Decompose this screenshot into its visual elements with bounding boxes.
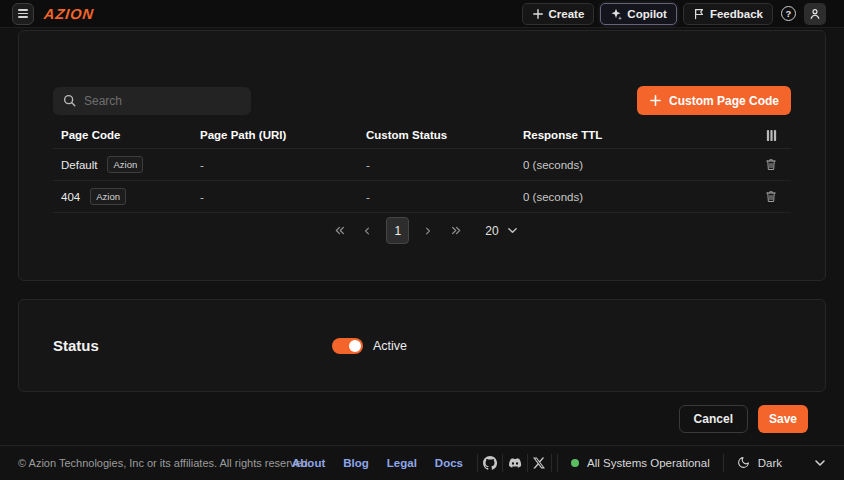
plus-icon bbox=[532, 8, 544, 20]
top-header: AZION Create Copilot Feedback ? bbox=[0, 0, 844, 28]
rows-per-page-select[interactable]: 20 bbox=[485, 224, 517, 238]
discord-link[interactable] bbox=[502, 454, 527, 472]
column-header-custom-status: Custom Status bbox=[358, 129, 515, 141]
footer-center: About Blog Legal Docs bbox=[292, 446, 552, 479]
main-content: Custom Page Code Page Code Page Path (UR… bbox=[0, 28, 844, 445]
feedback-button-label: Feedback bbox=[710, 8, 763, 20]
columns-icon bbox=[765, 129, 778, 142]
first-page-button[interactable] bbox=[326, 218, 352, 244]
azion-badge: Azion bbox=[107, 156, 143, 173]
custom-page-code-button-label: Custom Page Code bbox=[669, 94, 779, 108]
prev-page-button[interactable] bbox=[354, 218, 380, 244]
pagination: 1 20 bbox=[53, 213, 791, 248]
user-icon bbox=[808, 7, 822, 21]
column-header-response-ttl: Response TTL bbox=[515, 129, 751, 141]
double-chevron-left-icon bbox=[334, 225, 345, 236]
system-status-text: All Systems Operational bbox=[587, 457, 710, 469]
chevron-down-icon bbox=[507, 225, 518, 236]
feedback-button[interactable]: Feedback bbox=[683, 3, 773, 25]
trash-icon bbox=[765, 190, 777, 203]
column-header-page-code: Page Code bbox=[53, 129, 192, 141]
x-icon bbox=[533, 457, 545, 469]
copilot-button-label: Copilot bbox=[627, 8, 667, 20]
trash-icon bbox=[765, 158, 777, 171]
copyright-text: © Azion Technologies, Inc or its affilia… bbox=[18, 457, 311, 469]
current-page-button[interactable]: 1 bbox=[386, 217, 409, 244]
page-path-cell: - bbox=[192, 159, 358, 171]
table-toolbar: Custom Page Code bbox=[53, 86, 791, 115]
last-page-button[interactable] bbox=[443, 218, 469, 244]
help-icon: ? bbox=[781, 6, 796, 21]
double-chevron-right-icon bbox=[451, 225, 462, 236]
status-toggle[interactable] bbox=[332, 338, 363, 354]
page-code-cell: Default Azion bbox=[53, 156, 192, 173]
system-status-link[interactable]: All Systems Operational bbox=[557, 454, 724, 472]
next-page-button[interactable] bbox=[415, 218, 441, 244]
theme-select[interactable]: Dark bbox=[724, 454, 826, 472]
rows-per-page-value: 20 bbox=[485, 224, 498, 238]
status-dot bbox=[571, 459, 579, 467]
search-icon bbox=[63, 94, 76, 107]
status-panel: Status Active bbox=[18, 299, 826, 392]
chevron-down-icon bbox=[814, 457, 826, 469]
search-box bbox=[53, 87, 251, 115]
hamburger-menu-button[interactable] bbox=[12, 3, 34, 25]
response-ttl-cell: 0 (seconds) bbox=[515, 191, 751, 203]
table-row[interactable]: Default Azion - - 0 (seconds) bbox=[53, 149, 791, 181]
azion-logo: AZION bbox=[43, 6, 95, 22]
custom-page-code-button[interactable]: Custom Page Code bbox=[637, 86, 791, 115]
page-path-cell: - bbox=[192, 191, 358, 203]
azion-badge: Azion bbox=[90, 188, 126, 205]
theme-select-value: Dark bbox=[758, 457, 782, 469]
footer-link-blog[interactable]: Blog bbox=[343, 457, 369, 469]
page-code-value: Default bbox=[61, 159, 97, 171]
column-visibility-button[interactable] bbox=[763, 127, 780, 144]
form-action-bar: Cancel Save bbox=[18, 392, 826, 445]
copilot-button[interactable]: Copilot bbox=[600, 3, 677, 25]
github-icon bbox=[483, 456, 497, 470]
help-button[interactable]: ? bbox=[779, 6, 798, 21]
chevron-left-icon bbox=[362, 226, 372, 236]
status-toggle-label: Active bbox=[373, 339, 407, 353]
search-input[interactable] bbox=[84, 94, 241, 108]
toggle-knob bbox=[349, 340, 361, 352]
footer-link-docs[interactable]: Docs bbox=[435, 457, 463, 469]
flag-icon bbox=[693, 8, 705, 20]
custom-pages-panel: Custom Page Code Page Code Page Path (UR… bbox=[18, 30, 826, 281]
create-button[interactable]: Create bbox=[522, 3, 595, 25]
page-code-value: 404 bbox=[61, 191, 80, 203]
chevron-right-icon bbox=[423, 226, 433, 236]
table-header-row: Page Code Page Path (URI) Custom Status … bbox=[53, 122, 791, 149]
save-button[interactable]: Save bbox=[758, 405, 808, 433]
status-section-title: Status bbox=[53, 337, 332, 354]
github-link[interactable] bbox=[477, 454, 502, 472]
custom-status-cell: - bbox=[358, 191, 515, 203]
moon-icon bbox=[737, 456, 750, 469]
plus-icon bbox=[649, 94, 662, 107]
discord-icon bbox=[508, 456, 522, 470]
x-link[interactable] bbox=[527, 454, 552, 472]
create-button-label: Create bbox=[549, 8, 585, 20]
custom-status-cell: - bbox=[358, 159, 515, 171]
footer-link-about[interactable]: About bbox=[292, 457, 325, 469]
page-code-cell: 404 Azion bbox=[53, 188, 192, 205]
footer-links: About Blog Legal Docs bbox=[292, 457, 463, 469]
copilot-sparkle-icon bbox=[610, 8, 622, 20]
table-row[interactable]: 404 Azion - - 0 (seconds) bbox=[53, 181, 791, 213]
footer-social-icons bbox=[477, 454, 552, 472]
page-footer: © Azion Technologies, Inc or its affilia… bbox=[0, 445, 844, 479]
delete-row-button[interactable] bbox=[763, 156, 779, 173]
cancel-button[interactable]: Cancel bbox=[679, 405, 748, 433]
delete-row-button[interactable] bbox=[763, 188, 779, 205]
footer-link-legal[interactable]: Legal bbox=[387, 457, 417, 469]
footer-right: All Systems Operational Dark bbox=[557, 454, 826, 472]
custom-pages-table: Page Code Page Path (URI) Custom Status … bbox=[53, 122, 791, 213]
avatar-button[interactable] bbox=[804, 3, 826, 25]
header-actions: Create Copilot Feedback ? bbox=[522, 3, 826, 25]
response-ttl-cell: 0 (seconds) bbox=[515, 159, 751, 171]
column-header-page-path: Page Path (URI) bbox=[192, 129, 358, 141]
